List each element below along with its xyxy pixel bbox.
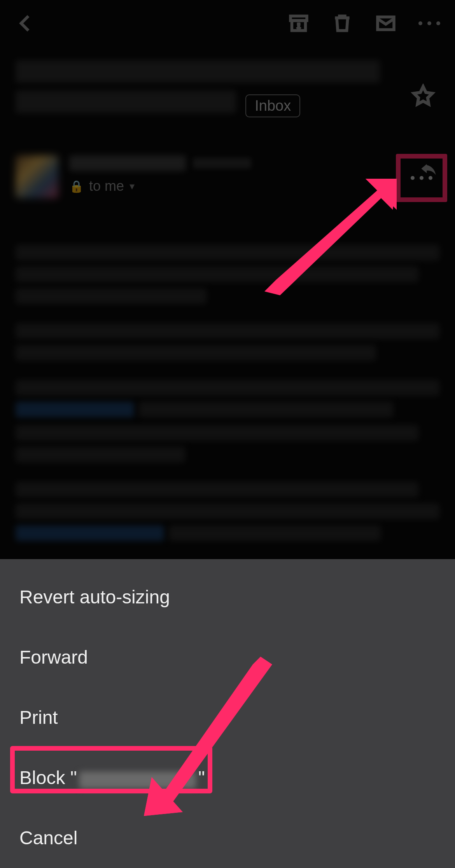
sender-meta: 🔒 to me ▾ (69, 155, 407, 194)
sheet-item-label: Forward (19, 647, 88, 668)
delete-button[interactable] (328, 9, 356, 37)
back-icon (15, 12, 37, 34)
sheet-item-cancel[interactable]: Cancel (0, 808, 455, 868)
chevron-down-icon: ▾ (130, 180, 135, 192)
sheet-item-label: Block " (19, 767, 77, 788)
sheet-item-label: Print (19, 707, 58, 728)
inbox-chip[interactable]: Inbox (245, 94, 300, 117)
back-button[interactable] (12, 9, 40, 37)
recipient-row[interactable]: 🔒 to me ▾ (69, 178, 407, 194)
sheet-item-forward[interactable]: Forward (0, 627, 455, 687)
sender-name-redacted (69, 155, 186, 171)
sender-time-redacted (193, 158, 251, 169)
subject-area: Inbox (16, 60, 439, 121)
sheet-item-label: Cancel (19, 828, 77, 848)
trash-icon (331, 12, 353, 34)
mark-unread-button[interactable] (372, 9, 400, 37)
toolbar (0, 0, 455, 47)
more-icon (418, 21, 440, 25)
action-sheet: Revert auto-sizing Forward Print Block "… (0, 559, 455, 868)
sheet-item-block-sender[interactable]: Block "" (0, 748, 455, 808)
email-body (16, 225, 439, 613)
annotation-highlight-more (396, 154, 447, 202)
tls-lock-icon: 🔒 (69, 180, 84, 193)
archive-icon (288, 12, 310, 34)
sheet-item-revert-auto-sizing[interactable]: Revert auto-sizing (0, 567, 455, 627)
star-icon (411, 84, 436, 108)
sender-avatar[interactable] (16, 155, 58, 198)
star-button[interactable] (411, 84, 436, 110)
email-screen: Inbox 🔒 to me ▾ (0, 0, 455, 868)
subject-text-redacted (16, 60, 380, 83)
message-more-button[interactable] (411, 176, 432, 180)
archive-button[interactable] (285, 9, 313, 37)
sheet-item-label: " (198, 767, 205, 788)
sender-row: 🔒 to me ▾ (16, 155, 439, 198)
sheet-item-print[interactable]: Print (0, 687, 455, 748)
toolbar-more-button[interactable] (415, 9, 443, 37)
mail-icon (375, 12, 397, 34)
subject-text-redacted (16, 91, 236, 113)
block-name-redacted (79, 772, 196, 789)
to-label: to me (89, 178, 124, 194)
sheet-item-label: Revert auto-sizing (19, 587, 170, 607)
